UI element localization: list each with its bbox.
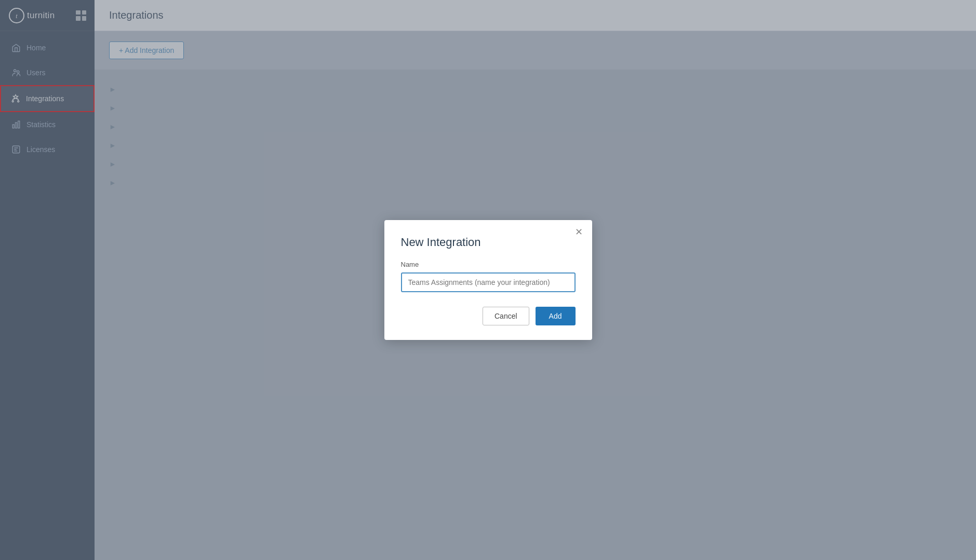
integration-name-input[interactable] <box>401 272 576 292</box>
modal-actions: Cancel Add <box>401 307 576 325</box>
modal-overlay: ✕ New Integration Name Cancel Add <box>0 0 976 560</box>
cancel-button[interactable]: Cancel <box>483 307 529 325</box>
add-button[interactable]: Add <box>536 307 576 325</box>
modal-title: New Integration <box>401 236 576 249</box>
name-field-label: Name <box>401 261 576 268</box>
new-integration-modal: ✕ New Integration Name Cancel Add <box>384 220 592 340</box>
modal-close-button[interactable]: ✕ <box>575 227 583 237</box>
